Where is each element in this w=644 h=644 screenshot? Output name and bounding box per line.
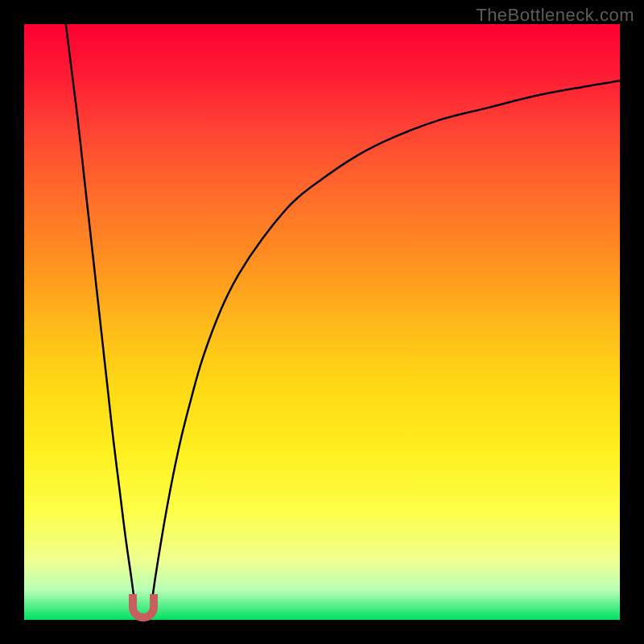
watermark-text: TheBottleneck.com [476,5,634,26]
plot-area [24,24,620,620]
chart-stage: TheBottleneck.com [0,0,644,644]
left-branch-curve [66,24,136,614]
right-branch-curve [151,80,620,613]
curve-layer [24,24,620,620]
